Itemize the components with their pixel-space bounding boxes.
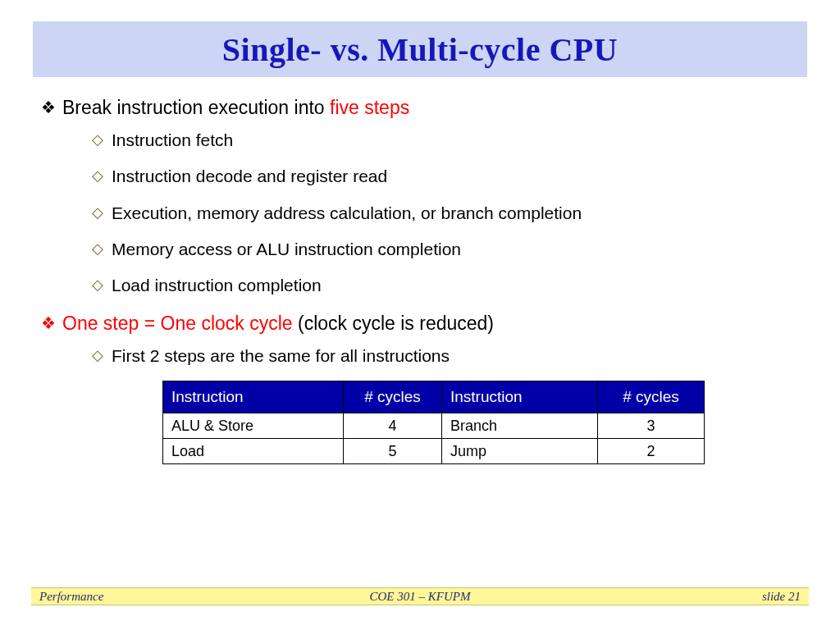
hollow-diamond-icon: ◇: [92, 345, 103, 365]
sub-bullet-text: Instruction fetch: [112, 129, 233, 152]
footer-center: COE 301 – KFUPM: [31, 590, 809, 604]
cell-instruction: Branch: [442, 413, 598, 438]
bullet-1-text: Break instruction execution into five st…: [62, 95, 799, 121]
slide-title: Single- vs. Multi-cycle CPU: [222, 30, 618, 69]
sub-bullet: ◇ First 2 steps are the same for all ins…: [92, 345, 799, 368]
sub-bullet: ◇ Instruction fetch: [92, 129, 799, 152]
hollow-diamond-icon: ◇: [92, 275, 103, 294]
title-bar: Single- vs. Multi-cycle CPU: [33, 21, 807, 77]
sub-bullet: ◇ Instruction decode and register read: [92, 165, 799, 188]
cell-cycles: 4: [344, 413, 442, 438]
cell-cycles: 5: [344, 439, 442, 464]
bullet-1: ❖ Break instruction execution into five …: [41, 95, 799, 121]
sub-bullet: ◇ Execution, memory address calculation,…: [92, 202, 799, 225]
cell-instruction: Load: [163, 439, 344, 464]
cell-instruction: Jump: [442, 439, 598, 464]
sub-bullet-text: First 2 steps are the same for all instr…: [112, 345, 450, 368]
sub-bullet-text: Memory access or ALU instruction complet…: [112, 238, 461, 261]
th-cycles-2: # cycles: [598, 381, 705, 413]
hollow-diamond-icon: ◇: [92, 166, 103, 185]
slide-footer: Performance COE 301 – KFUPM slide 21: [31, 587, 809, 605]
cell-instruction: ALU & Store: [163, 413, 344, 438]
th-instruction-1: Instruction: [163, 381, 344, 413]
th-instruction-2: Instruction: [442, 381, 598, 413]
hollow-diamond-icon: ◇: [92, 239, 103, 258]
sub-bullet: ◇ Load instruction completion: [92, 274, 799, 297]
hollow-diamond-icon: ◇: [92, 203, 103, 222]
slide-content: ❖ Break instruction execution into five …: [0, 77, 840, 464]
bullet-2-suffix: (clock cycle is reduced): [293, 313, 494, 334]
cycles-table: Instruction # cycles Instruction # cycle…: [162, 381, 705, 464]
sub-bullet-text: Instruction decode and register read: [112, 165, 387, 188]
sub-bullet: ◇ Memory access or ALU instruction compl…: [92, 238, 799, 261]
sub-bullet-text: Load instruction completion: [112, 274, 322, 297]
table-header-row: Instruction # cycles Instruction # cycle…: [163, 381, 705, 413]
bullet-2-highlight: One step = One clock cycle: [62, 313, 293, 334]
cycles-table-wrap: Instruction # cycles Instruction # cycle…: [162, 381, 799, 464]
sub-bullet-text: Execution, memory address calculation, o…: [112, 202, 582, 225]
diamond-bullet-icon: ❖: [41, 313, 56, 335]
table-row: ALU & Store 4 Branch 3: [163, 413, 705, 438]
bullet-1-prefix: Break instruction execution into: [62, 97, 330, 118]
bullet-2: ❖ One step = One clock cycle (clock cycl…: [41, 311, 799, 336]
cell-cycles: 3: [598, 413, 705, 438]
bullet-1-highlight: five steps: [330, 97, 409, 118]
hollow-diamond-icon: ◇: [92, 130, 103, 149]
bullet-2-text: One step = One clock cycle (clock cycle …: [62, 311, 799, 336]
diamond-bullet-icon: ❖: [41, 97, 56, 119]
cell-cycles: 2: [598, 439, 705, 464]
th-cycles-1: # cycles: [344, 381, 442, 413]
table-row: Load 5 Jump 2: [163, 439, 705, 464]
